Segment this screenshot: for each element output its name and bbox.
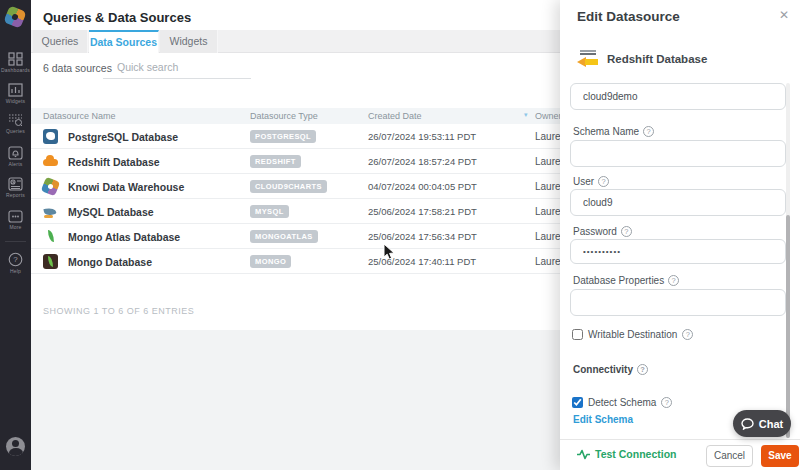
datasource-name[interactable]: Knowi Data Warehouse: [68, 181, 184, 193]
page-title: Queries & Data Sources: [43, 10, 191, 25]
sidebar-item-reports[interactable]: Reports: [0, 177, 31, 198]
chat-button[interactable]: Chat: [733, 410, 791, 437]
info-icon[interactable]: ?: [661, 397, 672, 408]
info-icon[interactable]: ?: [598, 176, 609, 187]
sidebar-item-widgets[interactable]: Widgets: [0, 83, 31, 104]
datasource-name[interactable]: Mongo Database: [68, 256, 152, 268]
cancel-button[interactable]: Cancel: [706, 445, 753, 467]
svg-text:?: ?: [13, 255, 18, 264]
database-properties-field[interactable]: [570, 289, 786, 316]
edit-datasource-panel: Edit Datasource ✕ Redshift Database Sche…: [560, 0, 800, 470]
datasource-name[interactable]: Mongo Atlas Database: [68, 231, 180, 243]
datasource-type-badge: REDSHIFT: [250, 155, 301, 168]
info-icon[interactable]: ?: [668, 275, 679, 286]
user-field[interactable]: [570, 189, 786, 216]
table-entries-summary: SHOWING 1 TO 6 OF 6 ENTRIES: [43, 306, 194, 316]
schema-name-label: Schema Name?: [573, 126, 654, 137]
chat-button-label: Chat: [759, 418, 783, 430]
datasource-type-badge: MONGO: [250, 255, 291, 268]
col-header-created[interactable]: Created Date: [368, 111, 422, 121]
created-date: 25/06/2024 17:56:34 PDT: [368, 231, 477, 242]
info-icon[interactable]: ?: [643, 126, 654, 137]
sidebar-item-label: More: [0, 224, 31, 230]
detect-schema-checkbox[interactable]: [572, 397, 583, 408]
datasource-name[interactable]: MySQL Database: [68, 206, 154, 218]
chat-bubble-icon: [741, 418, 754, 430]
schema-name-field[interactable]: [570, 140, 786, 167]
writable-destination-label: Writable Destination: [588, 329, 677, 340]
owner: Laurence: [535, 181, 560, 192]
password-field[interactable]: [570, 239, 786, 264]
sidebar-item-more[interactable]: More: [0, 210, 31, 230]
detect-schema-row: Detect Schema ?: [572, 397, 672, 408]
sidebar-item-label: Reports: [0, 192, 31, 198]
writable-destination-row: Writable Destination ?: [572, 329, 693, 340]
sidebar-item-queries[interactable]: Queries: [0, 113, 31, 134]
detect-schema-label: Detect Schema: [588, 397, 656, 408]
widgets-chart-icon: [8, 83, 23, 97]
owner: Laurence: [535, 231, 560, 242]
writable-destination-checkbox[interactable]: [572, 329, 583, 340]
owner: Laurence: [535, 256, 560, 267]
queries-icon: [8, 113, 23, 127]
close-icon[interactable]: ✕: [779, 8, 789, 22]
knowi-logo-icon[interactable]: [3, 5, 26, 28]
knowi-icon: [41, 177, 61, 197]
datasource-name-field[interactable]: [570, 83, 786, 110]
tab-queries[interactable]: Queries: [33, 30, 88, 53]
sidebar-divider: [5, 241, 26, 242]
panel-footer: Test Connection Cancel Save: [560, 439, 800, 470]
datasource-name[interactable]: PostgreSQL Database: [68, 131, 178, 143]
mysql-icon: [43, 204, 58, 219]
sort-arrow-icon[interactable]: ▾: [524, 111, 528, 119]
help-icon: ?: [8, 252, 23, 267]
quick-search-input[interactable]: [103, 55, 251, 79]
owner: Laurence: [535, 131, 560, 142]
dashboards-grid-icon: [8, 52, 23, 66]
tab-data-sources[interactable]: Data Sources: [89, 30, 159, 53]
owner: Laurence: [535, 156, 560, 167]
datasource-count: 6 data sources: [43, 62, 112, 74]
sidebar-item-help[interactable]: ? Help: [0, 252, 31, 274]
test-connection-button[interactable]: Test Connection: [577, 448, 676, 460]
col-header-type[interactable]: Datasource Type: [250, 111, 318, 121]
edit-schema-link[interactable]: Edit Schema: [573, 414, 633, 425]
owner: Laurence: [535, 206, 560, 217]
connectivity-label: Connectivity?: [573, 364, 648, 375]
sidebar-item-dashboards[interactable]: Dashboards: [0, 52, 31, 73]
tab-widgets[interactable]: Widgets: [160, 30, 218, 53]
created-date: 26/07/2024 18:57:24 PDT: [368, 156, 477, 167]
created-date: 25/06/2024 17:58:21 PDT: [368, 206, 477, 217]
alerts-bell-icon: [8, 146, 23, 160]
info-icon[interactable]: ?: [621, 226, 632, 237]
sidebar-item-label: Dashboards: [0, 67, 31, 73]
datasource-type-badge: MYSQL: [250, 205, 289, 218]
sidebar-item-alerts[interactable]: Alerts: [0, 146, 31, 167]
datasource-name[interactable]: Redshift Database: [68, 156, 160, 168]
mongo-atlas-icon: [43, 229, 58, 244]
save-button[interactable]: Save: [761, 445, 799, 467]
more-ellipsis-icon: [8, 210, 23, 223]
datasource-type-badge: POSTGRESQL: [250, 130, 316, 143]
pulse-icon: [577, 449, 590, 460]
mongodb-icon: [43, 254, 58, 269]
redshift-icon: [43, 154, 58, 169]
datasource-type-badge: CLOUD9CHARTS: [250, 180, 327, 193]
panel-scrollbar[interactable]: [786, 83, 790, 438]
col-header-owner[interactable]: Owner: [535, 111, 562, 121]
panel-scrollbar-thumb[interactable]: [786, 215, 790, 438]
password-label: Password?: [573, 226, 632, 237]
redshift-logo-icon: [577, 50, 601, 67]
database-properties-label: Database Properties?: [573, 275, 679, 286]
reports-doc-icon: [8, 177, 23, 191]
sidebar-item-label: Alerts: [0, 161, 31, 167]
info-icon[interactable]: ?: [682, 329, 693, 340]
sidebar-item-label: Help: [0, 268, 31, 274]
user-avatar[interactable]: [6, 437, 25, 456]
test-connection-label: Test Connection: [595, 448, 676, 460]
info-icon[interactable]: ?: [637, 364, 648, 375]
created-date: 25/06/2024 17:40:11 PDT: [368, 256, 476, 267]
col-header-name[interactable]: Datasource Name: [43, 111, 116, 121]
created-date: 26/07/2024 19:53:11 PDT: [368, 131, 476, 142]
created-date: 04/07/2024 00:04:05 PDT: [368, 181, 477, 192]
